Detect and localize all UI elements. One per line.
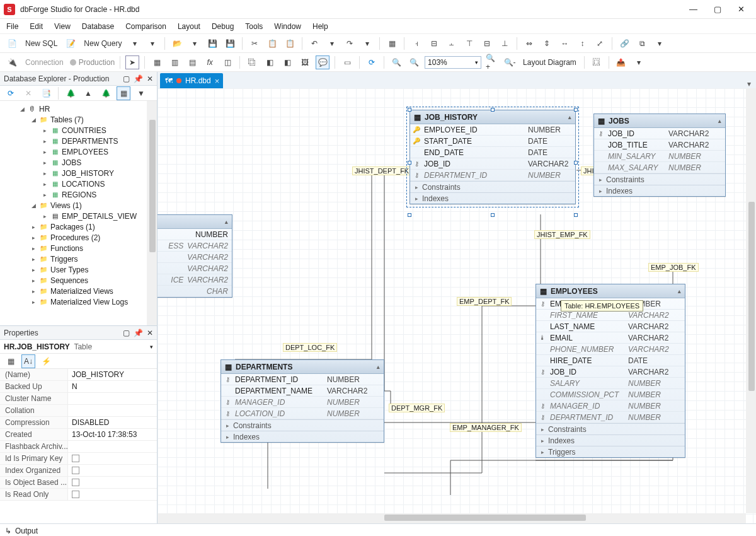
close-panel-icon[interactable]: ✕ — [147, 329, 153, 337]
close-button[interactable]: ✕ — [734, 3, 748, 15]
menu-comparison[interactable]: Comparison — [125, 22, 166, 31]
filter-icon[interactable]: ▼ — [134, 86, 148, 100]
options-icon[interactable]: ⿴ — [590, 55, 604, 69]
pin-icon[interactable]: ▢ — [123, 329, 130, 337]
refresh-icon[interactable]: ⟳ — [365, 55, 379, 69]
table-tool-icon[interactable]: ▦ — [150, 55, 164, 69]
menu-view[interactable]: View — [54, 22, 71, 31]
prop-value[interactable] — [68, 405, 157, 416]
categorized-icon[interactable]: ▦ — [4, 354, 18, 368]
new-query-icon[interactable]: 📝 — [64, 37, 77, 50]
tree-table[interactable]: REGIONS — [62, 190, 96, 199]
cut-icon[interactable]: ✂ — [248, 37, 261, 50]
toolbar-dropdown-1[interactable]: ▾ — [128, 37, 142, 50]
copy-icon[interactable]: 📋 — [265, 37, 279, 50]
explorer-scrollbar[interactable] — [147, 101, 157, 325]
save-all-icon[interactable]: 💾 — [223, 37, 237, 50]
menu-file[interactable]: File — [6, 22, 18, 31]
connect-icon[interactable]: 🔌 — [5, 55, 19, 69]
menu-help[interactable]: Help — [312, 22, 328, 31]
fx-tool-icon[interactable]: fx — [203, 55, 217, 69]
properties-grid[interactable]: (Name)JOB_HISTORYBacked UpNCluster NameC… — [0, 369, 157, 510]
collapse-icon[interactable]: ▲ — [81, 86, 95, 100]
align-bottom-icon[interactable]: ⊥ — [498, 37, 512, 50]
export-icon[interactable]: 📤 — [614, 55, 628, 69]
stamp-tool-icon[interactable]: ◧ — [263, 55, 277, 69]
align-center-icon[interactable]: ⊟ — [427, 37, 441, 50]
entity-employees[interactable]: ▦EMPLOYEES▴⚷EMPLOYEE_IDNUMBERFIRST_NAMEV… — [536, 284, 685, 458]
prop-value[interactable] — [68, 441, 157, 452]
toolbar-dropdown-2[interactable]: ▾ — [146, 37, 159, 50]
zoom-fit-icon[interactable]: 🔍 — [389, 55, 403, 69]
entity-section[interactable]: Constraints — [410, 181, 575, 192]
align-top-icon[interactable]: ⊤ — [462, 37, 476, 50]
tree-folder[interactable]: Materialized Views — [50, 287, 113, 296]
align-right-icon[interactable]: ⫠ — [445, 37, 459, 50]
crop-tool-icon[interactable]: ⿻ — [245, 55, 259, 69]
tree-db[interactable]: HR — [39, 105, 50, 114]
entity-jobs[interactable]: ▦JOBS▴⚷JOB_IDVARCHAR2JOB_TITLEVARCHAR2MI… — [593, 114, 726, 197]
prop-value[interactable]: JOB_HISTORY — [68, 369, 157, 380]
size-v-icon[interactable]: ↕ — [575, 37, 589, 50]
size-h-icon[interactable]: ↔ — [558, 37, 571, 50]
comment-tool-icon[interactable]: 💬 — [316, 55, 329, 69]
entity-section[interactable]: Constraints — [594, 173, 725, 185]
tree-views[interactable]: Views (1) — [50, 201, 82, 210]
tree-table[interactable]: DEPARTMENTS — [62, 137, 118, 146]
new-window-icon[interactable]: ⧉ — [635, 37, 649, 50]
package-tool-icon[interactable]: ◫ — [220, 55, 234, 69]
menu-edit[interactable]: Edit — [30, 22, 43, 31]
tree-table[interactable]: COUNTRIES — [62, 126, 106, 135]
undo-icon[interactable]: ↶ — [307, 37, 321, 50]
align-middle-icon[interactable]: ⊟ — [480, 37, 494, 50]
details-icon[interactable]: ▦ — [117, 86, 130, 100]
menu-debug[interactable]: Debug — [212, 22, 234, 31]
prop-value[interactable] — [68, 393, 157, 404]
container-tool-icon[interactable]: ▭ — [340, 55, 354, 69]
entity-section[interactable]: Constraints — [221, 419, 384, 431]
zoom-out-icon[interactable]: 🔍- — [503, 55, 517, 69]
tree-table[interactable]: JOBS — [62, 158, 81, 167]
open-icon[interactable]: 📂 — [170, 37, 184, 50]
tree-folder[interactable]: Triggers — [50, 255, 78, 264]
save-icon[interactable]: 💾 — [205, 37, 219, 50]
tree-folder[interactable]: Sequences — [50, 276, 88, 285]
zoom-select-icon[interactable]: 🔍 — [407, 55, 421, 69]
canvas-vertical-scrollbar[interactable] — [746, 88, 756, 513]
entity-departments[interactable]: ▦DEPARTMENTS▴⚷DEPARTMENT_IDNUMBERDEPARTM… — [220, 359, 384, 443]
tree-folder[interactable]: User Types — [50, 265, 88, 274]
pin-icon[interactable]: ▢ — [123, 74, 130, 83]
tree-folder[interactable]: Functions — [50, 244, 83, 253]
canvas-horizontal-scrollbar[interactable] — [158, 513, 746, 523]
prop-value[interactable]: 13-Oct-10 17:38:53 — [68, 429, 157, 440]
prop-value[interactable] — [68, 465, 157, 476]
grid-tool-icon[interactable]: ▤ — [185, 55, 199, 69]
events-icon[interactable]: ⚡ — [39, 354, 53, 368]
output-panel-tab[interactable]: ↳ Output — [0, 523, 756, 536]
tree-folder[interactable]: Packages (1) — [50, 223, 95, 231]
pin2-icon[interactable]: 📌 — [134, 329, 143, 337]
maximize-button[interactable]: ▢ — [710, 3, 725, 15]
tree-table[interactable]: JOB_HISTORY — [62, 169, 114, 178]
document-tab[interactable]: 🗺 HR.dbd × — [160, 73, 223, 88]
tree-folder[interactable]: Materialized View Logs — [50, 298, 128, 306]
pointer-tool-icon[interactable]: ➤ — [125, 55, 139, 69]
explorer-tree[interactable]: ◢🛢HR ◢📁Tables (7) ▸▦COUNTRIES ▸▦DEPARTME… — [0, 101, 157, 325]
prop-value[interactable] — [68, 489, 157, 500]
tree-icon[interactable]: 🌲 — [64, 86, 77, 100]
close-panel-icon[interactable]: ✕ — [147, 74, 153, 83]
align-left-icon[interactable]: ⫞ — [410, 37, 423, 50]
view-tool-icon[interactable]: ▥ — [168, 55, 181, 69]
prop-value[interactable] — [68, 453, 157, 464]
distribute-h-icon[interactable]: ⇔ — [522, 37, 536, 50]
note-tool-icon[interactable]: ◧ — [280, 55, 294, 69]
tab-close-icon[interactable]: × — [215, 76, 220, 86]
align-icon[interactable]: ▦ — [385, 37, 399, 50]
menu-database[interactable]: Database — [82, 22, 114, 31]
remove-icon[interactable]: ✕ — [21, 86, 35, 100]
new-sql-button[interactable]: New SQL — [23, 39, 60, 48]
new-connection-icon[interactable]: 📑 — [39, 86, 53, 100]
pin2-icon[interactable]: 📌 — [134, 74, 143, 83]
menu-window[interactable]: Window — [274, 22, 301, 31]
prop-value[interactable]: DISABLED — [68, 417, 157, 428]
